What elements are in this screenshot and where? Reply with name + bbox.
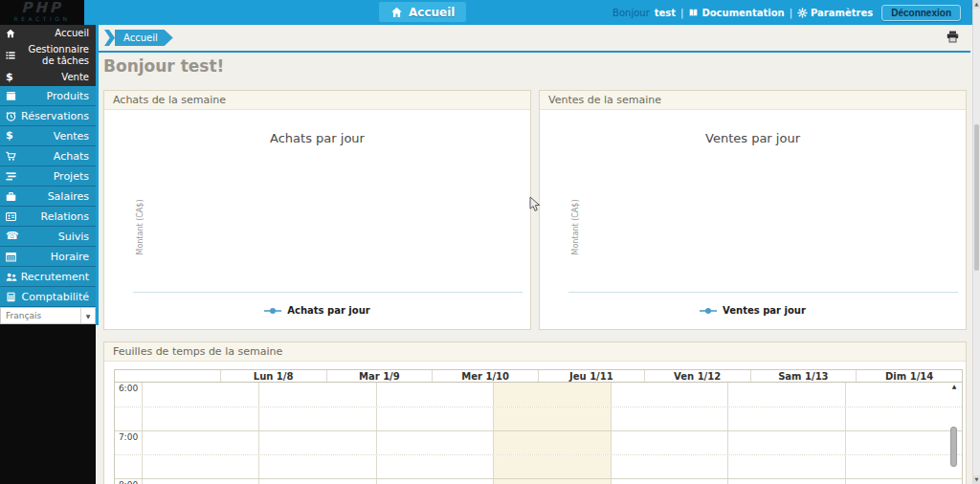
- calendar-cell[interactable]: [611, 383, 727, 407]
- settings-label: Paramètres: [811, 8, 873, 18]
- sidebar-item-produits[interactable]: Produits: [0, 86, 96, 106]
- calendar-cell[interactable]: [142, 431, 258, 454]
- sidebar-modules-section: Produits Réservations $ Ventes Achats: [0, 86, 96, 307]
- calendar-cell[interactable]: [727, 479, 844, 484]
- calendar-cell-today[interactable]: [493, 455, 610, 478]
- calendar-cell[interactable]: [727, 431, 844, 454]
- breadcrumb-label: Accueil: [115, 30, 173, 46]
- settings-link[interactable]: Paramètres: [797, 8, 873, 18]
- sidebar-item-label: Relations: [20, 210, 89, 223]
- sidebar-item-projets[interactable]: Projets: [0, 166, 96, 187]
- calendar-cell[interactable]: [845, 383, 962, 407]
- home-icon: [390, 7, 403, 18]
- calendar-hour-row: 6:00: [115, 383, 962, 407]
- sidebar-item-label: Accueil: [20, 28, 89, 39]
- calendar-cell[interactable]: [845, 479, 962, 484]
- tasks-icon: [6, 171, 20, 182]
- sidebar-item-label: Ventes: [20, 130, 89, 143]
- legend-line-marker-icon: [264, 310, 281, 312]
- calendar-cell[interactable]: [727, 455, 844, 478]
- calendar-cell[interactable]: [845, 431, 962, 454]
- sidebar-item-suivis[interactable]: ☎ Suivis: [0, 227, 96, 247]
- calendar-scrollbar[interactable]: ▲: [949, 383, 959, 484]
- calendar-cell[interactable]: [727, 407, 844, 430]
- calendar-cell[interactable]: [142, 407, 258, 430]
- time-label: 8:00: [115, 479, 142, 484]
- calendar-cell[interactable]: [611, 455, 727, 478]
- day-header: Lun 1/8: [220, 370, 326, 382]
- time-gutter: [115, 407, 142, 430]
- x-axis-line: [133, 292, 523, 293]
- calendar-cell[interactable]: [611, 479, 727, 484]
- page-scrollbar-thumb[interactable]: [974, 124, 979, 271]
- calendar-cell[interactable]: [376, 407, 493, 430]
- breadcrumb-item-accueil[interactable]: Accueil: [104, 30, 173, 46]
- legend-label: Achats par jour: [287, 305, 369, 316]
- calendar-cell[interactable]: [376, 479, 493, 484]
- page-scrollbar[interactable]: ▲ ▼: [972, 0, 980, 484]
- scroll-up-icon: ▲: [973, 0, 980, 9]
- logout-button[interactable]: Déconnexion: [881, 5, 961, 21]
- calendar-cell[interactable]: [258, 479, 375, 484]
- calendar-cell[interactable]: [258, 383, 375, 407]
- sidebar-item-comptabilite[interactable]: Comptabilité: [0, 287, 96, 307]
- calendar-cell[interactable]: [142, 479, 258, 484]
- language-select[interactable]: Français ▼: [0, 307, 96, 324]
- sidebar-item-vente[interactable]: $ Vente: [0, 69, 96, 86]
- calendar-scrollbar-thumb[interactable]: [950, 427, 957, 467]
- briefcase-icon: [6, 191, 20, 202]
- sidebar-item-salaires[interactable]: Salaires: [0, 187, 96, 207]
- calendar-cell[interactable]: [258, 455, 375, 478]
- calendar-cell[interactable]: [611, 431, 727, 454]
- calendar-cell-today[interactable]: [493, 431, 610, 454]
- separator: |: [790, 8, 792, 18]
- chart-legend[interactable]: Achats par jour: [104, 305, 530, 316]
- home-button[interactable]: Accueil: [379, 2, 466, 22]
- page-title: Bonjour test!: [103, 56, 224, 76]
- breadcrumb: Accueil: [99, 25, 970, 53]
- sidebar-item-label: Vente: [20, 72, 89, 83]
- topbar-user-menu: Bonjour test | Documentation | Paramètre…: [612, 0, 961, 25]
- documentation-link[interactable]: Documentation: [688, 8, 784, 18]
- sidebar-item-reservations[interactable]: Réservations: [0, 106, 96, 126]
- calendar-cell[interactable]: [258, 407, 375, 430]
- calendar-cell[interactable]: [142, 383, 258, 407]
- sidebar-item-relations[interactable]: Relations: [0, 207, 96, 227]
- sales-week-panel: Ventes de la semaine Ventes par jour Mon…: [539, 90, 967, 330]
- calendar-cell-today[interactable]: [493, 383, 610, 407]
- calendar-cell[interactable]: [376, 383, 493, 407]
- calendar-cell[interactable]: [376, 455, 493, 478]
- calendar-cell[interactable]: [845, 455, 962, 478]
- day-header: Mer 1/10: [432, 370, 538, 382]
- calendar-cell[interactable]: [258, 431, 375, 454]
- sidebar-item-ventes[interactable]: $ Ventes: [0, 126, 96, 146]
- print-icon[interactable]: [947, 31, 959, 43]
- sidebar-filler: [0, 324, 96, 484]
- calendar-cell-today[interactable]: [493, 479, 610, 484]
- sidebar-item-recrutement[interactable]: Recrutement: [0, 267, 96, 287]
- home-button-label: Accueil: [409, 6, 455, 19]
- chart-legend[interactable]: Ventes par jour: [540, 305, 966, 316]
- panel-header: Feuilles de temps de la semaine: [104, 342, 966, 362]
- calculator-icon: [6, 292, 20, 302]
- contact-card-icon: [6, 211, 20, 222]
- scrollbar-down-button[interactable]: ▼: [973, 475, 980, 484]
- sidebar-item-achats[interactable]: Achats: [0, 146, 96, 166]
- calendar-cell[interactable]: [376, 431, 493, 454]
- scroll-up-icon[interactable]: ▲: [949, 383, 959, 389]
- sidebar-item-gestionnaire-taches[interactable]: Gestionnaire de tâches: [0, 42, 96, 69]
- sidebar-item-label: Gestionnaire de tâches: [20, 44, 89, 67]
- users-icon: [6, 272, 20, 282]
- sidebar-item-accueil[interactable]: Accueil: [0, 25, 96, 42]
- calendar-cell-today[interactable]: [493, 407, 610, 430]
- time-label: 6:00: [115, 383, 142, 407]
- calendar-cell[interactable]: [845, 407, 962, 430]
- breadcrumb-chevron-icon: [104, 30, 115, 46]
- calendar-cell[interactable]: [611, 407, 727, 430]
- sidebar-item-horaire[interactable]: Horaire: [0, 247, 96, 267]
- calendar-cell[interactable]: [727, 383, 844, 407]
- scrollbar-up-button[interactable]: ▲: [973, 0, 980, 9]
- day-header: Ven 1/12: [644, 370, 750, 382]
- calendar-cell[interactable]: [142, 455, 258, 478]
- sidebar-item-label: Salaires: [20, 190, 89, 203]
